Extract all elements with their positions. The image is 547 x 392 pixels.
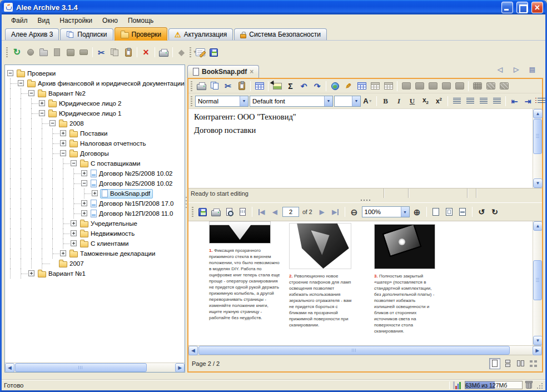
scroll-left-button[interactable]: ◀ bbox=[188, 346, 198, 355]
page-number-input[interactable] bbox=[282, 207, 299, 217]
chevron-down-icon[interactable]: ▼ bbox=[324, 96, 332, 106]
editor-paste-button[interactable] bbox=[235, 80, 248, 92]
scroll-up-button[interactable]: ▲ bbox=[533, 221, 542, 231]
tree-item[interactable]: Таможенные декларации bbox=[5, 249, 185, 259]
editor-superscript-button[interactable]: x2 bbox=[432, 95, 445, 107]
expand-icon[interactable] bbox=[71, 230, 77, 236]
tree-item[interactable]: Юридическое лицо 1 bbox=[5, 108, 185, 118]
tree-item[interactable]: 2007 bbox=[5, 259, 185, 269]
paragraph-style-select[interactable]: Normal ▼ bbox=[195, 96, 248, 107]
toolbar-grip[interactable] bbox=[6, 47, 8, 57]
module-tab-подписки[interactable]: Подписки bbox=[60, 28, 113, 40]
main-print-button[interactable] bbox=[157, 46, 170, 59]
editor-viewer-splitter[interactable] bbox=[188, 198, 542, 202]
editor-outdent-button[interactable]: ⇤ bbox=[508, 95, 521, 107]
tree-item[interactable]: Недвижимость bbox=[5, 229, 185, 239]
scrollbar-thumb[interactable] bbox=[198, 346, 510, 355]
tree-item[interactable]: С клиентами bbox=[5, 239, 185, 249]
chevron-down-icon[interactable]: ▼ bbox=[352, 96, 360, 106]
editor-align-right-button[interactable] bbox=[477, 95, 490, 107]
tree-item[interactable]: Налоговая отчетность bbox=[5, 138, 185, 148]
scroll-down-button[interactable]: ▼ bbox=[533, 178, 543, 188]
pdf-horizontal-scrollbar[interactable]: ◀ ▶ bbox=[188, 346, 542, 355]
scrollbar-thumb[interactable] bbox=[533, 260, 542, 300]
doc-save-button[interactable] bbox=[207, 46, 220, 59]
pdf-print-button[interactable] bbox=[210, 206, 222, 219]
editor-font-color-button[interactable]: A▼ bbox=[361, 95, 374, 107]
editor-table-button[interactable] bbox=[355, 80, 368, 92]
scroll-up-button[interactable]: ▲ bbox=[533, 109, 543, 118]
garbage-collect-icon[interactable] bbox=[526, 382, 532, 389]
editor-table-button[interactable] bbox=[253, 80, 266, 92]
editor-print-button[interactable] bbox=[195, 80, 208, 92]
editor-brush-button[interactable]: ✎ bbox=[342, 80, 355, 92]
expand-icon[interactable] bbox=[71, 220, 77, 226]
scroll-left-button[interactable]: ◀ bbox=[5, 363, 14, 373]
toolbar-grip[interactable] bbox=[190, 47, 191, 57]
tree-item[interactable]: Архив финансовой и юридической документа… bbox=[5, 78, 185, 88]
expand-icon[interactable] bbox=[28, 270, 34, 276]
memory-usage-bar[interactable]: 63Мб из 127Мб bbox=[465, 381, 523, 389]
scrollbar-thumb[interactable] bbox=[15, 363, 147, 372]
collapse-icon[interactable] bbox=[7, 70, 13, 76]
pdf-last-button[interactable]: ▶ bbox=[329, 206, 342, 219]
collapse-icon[interactable] bbox=[60, 150, 66, 156]
maximize-button[interactable] bbox=[516, 2, 528, 13]
pdf-page-view[interactable]: 1. Фиксация прозрачного прижимного стекл… bbox=[188, 221, 542, 346]
tree-item[interactable]: BookSnap.pdf bbox=[5, 188, 185, 199]
pdf-first-button[interactable]: ◀ bbox=[255, 206, 268, 219]
scrollbar-thumb[interactable] bbox=[533, 119, 542, 154]
tree-item[interactable]: Поставки bbox=[5, 128, 185, 138]
memory-chart-icon[interactable] bbox=[453, 381, 461, 389]
expand-icon[interactable] bbox=[60, 140, 66, 146]
editor-align-center-button[interactable] bbox=[464, 95, 476, 107]
expand-icon[interactable] bbox=[60, 130, 66, 136]
menu-item-вид[interactable]: Вид bbox=[33, 16, 55, 26]
tree-item[interactable]: Юридическое лицо 2 bbox=[5, 98, 185, 108]
pdf-prev-button[interactable]: ◀ bbox=[268, 206, 281, 219]
pdf-preview-button[interactable] bbox=[223, 206, 236, 219]
tree-horizontal-scrollbar[interactable]: ◀ ▶ bbox=[5, 363, 185, 372]
document-tab[interactable]: BookSnap.pdf × bbox=[187, 65, 259, 78]
toolbar-grip[interactable] bbox=[192, 207, 193, 217]
tree-item[interactable]: Вариант №1 bbox=[5, 269, 185, 279]
pdf-vertical-scrollbar[interactable]: ▲ ▼ bbox=[533, 221, 542, 345]
pdf-page-width-button[interactable] bbox=[456, 206, 469, 219]
editor-text[interactable]: Контрагент: ООО "Техновид"Договор постав… bbox=[188, 109, 533, 188]
module-tab-актуализация[interactable]: ⚠Актуализация bbox=[168, 28, 233, 40]
collapse-icon[interactable] bbox=[49, 120, 56, 126]
layout-continuous-facing-button[interactable] bbox=[528, 358, 539, 369]
module-tab-алее-архив-3[interactable]: Алее Архив 3 bbox=[5, 28, 59, 40]
tree-item[interactable]: Договор №15П/2008 17.0 bbox=[5, 199, 185, 209]
editor-redo-button[interactable]: ↷ bbox=[311, 80, 324, 92]
collapse-icon[interactable] bbox=[71, 160, 77, 166]
zoom-out-button[interactable]: ⊖ bbox=[348, 206, 361, 219]
expand-icon[interactable] bbox=[92, 190, 98, 196]
pdf-rotate-left-button[interactable]: ↺ bbox=[475, 206, 488, 219]
tree-item[interactable]: 2008 bbox=[5, 118, 185, 128]
menu-item-помощь[interactable]: Помощь bbox=[123, 16, 158, 26]
font-size-select[interactable]: ▼ bbox=[334, 96, 361, 107]
tree-item[interactable]: С поставщиками bbox=[5, 158, 185, 168]
editor-undo-button[interactable]: ↶ bbox=[297, 80, 310, 92]
layout-single-button[interactable] bbox=[489, 358, 500, 369]
menu-item-окно[interactable]: Окно bbox=[97, 16, 123, 26]
chevron-down-icon[interactable]: ▼ bbox=[240, 96, 248, 106]
module-tab-active-проверки[interactable]: Проверки bbox=[115, 27, 168, 41]
close-button[interactable] bbox=[531, 2, 543, 13]
pdf-page-actual-button[interactable] bbox=[430, 206, 442, 219]
expand-icon[interactable] bbox=[39, 100, 45, 106]
editor-underline-button[interactable]: U bbox=[406, 95, 419, 107]
main-delete-button[interactable]: × bbox=[140, 46, 152, 59]
editor-bold-button[interactable]: B bbox=[379, 95, 392, 107]
collapse-icon[interactable] bbox=[28, 90, 34, 96]
font-name-select[interactable]: Default font ▼ bbox=[250, 96, 333, 107]
editor-vertical-scrollbar[interactable]: ▲ ▼ bbox=[533, 109, 542, 188]
doc-edit-note-button[interactable] bbox=[194, 46, 207, 59]
expand-icon[interactable] bbox=[81, 210, 87, 216]
collapse-icon[interactable] bbox=[39, 110, 45, 116]
main-refresh-button[interactable]: ↻ bbox=[11, 46, 23, 59]
scroll-right-button[interactable]: ▶ bbox=[533, 346, 542, 355]
tree-item[interactable]: Договор №12П/2008 11.0 bbox=[5, 209, 185, 219]
editor-align-left-button[interactable] bbox=[450, 95, 463, 107]
